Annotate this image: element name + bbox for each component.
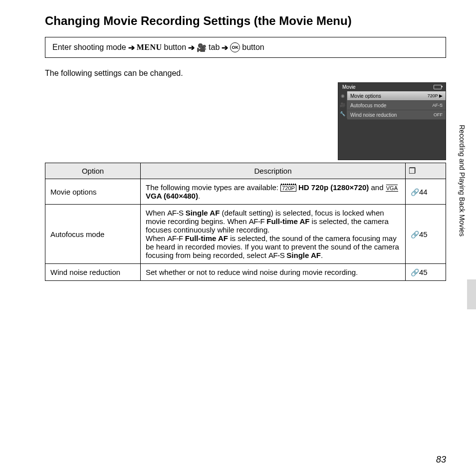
arrow-icon: ➔ <box>128 43 135 52</box>
option-cell: Wind noise reduction <box>45 264 141 281</box>
table-row: Movie options The following movie types … <box>45 179 446 205</box>
menu-row-movie-options: Movie options 720P ▶ <box>347 91 446 101</box>
menu-row-autofocus: Autofocus mode AF-S <box>347 101 446 110</box>
nav-button-word-2: button <box>242 43 264 52</box>
header-reference-icon: ❐ <box>406 163 446 179</box>
menu-row-label: Wind noise reduction <box>350 112 397 118</box>
arrow-icon: ➔ <box>188 43 195 52</box>
section-side-label: Recording and Playing Back Movies <box>458 125 466 237</box>
aff-icon: AF-F <box>167 234 183 242</box>
description-cell: The following movie types are available:… <box>141 179 406 205</box>
vga-icon: VGA <box>386 185 398 192</box>
720p-icon: 720P <box>280 185 296 192</box>
tab-camera-icon: ◉ <box>338 91 347 100</box>
menu-row-value: AF-S <box>432 103 443 108</box>
header-description: Description <box>141 163 406 179</box>
nav-tab-word: tab <box>209 43 220 52</box>
reference-cell: 🔗45 <box>406 264 446 281</box>
menu-row-wind-noise: Wind noise reduction OFF <box>347 110 446 120</box>
reference-link-icon: 🔗 <box>411 188 419 196</box>
camera-menu-screenshot: Movie ◉ 🎥 🔧 Movie options 720P ▶ Autofoc… <box>338 82 446 160</box>
movie-tab-icon: 🎥 <box>197 43 207 52</box>
menu-row-value: OFF <box>434 112 443 117</box>
reference-cell: 🔗44 <box>406 179 446 205</box>
menu-button-label: MENU <box>137 43 162 52</box>
arrow-icon: ➔ <box>222 43 228 52</box>
table-row: Wind noise reduction Set whether or not … <box>45 264 446 281</box>
reference-cell: 🔗45 <box>406 205 446 264</box>
afs-icon: AF-S <box>268 251 284 259</box>
battery-icon <box>434 85 442 89</box>
screenshot-title: Movie <box>342 84 356 90</box>
table-row: Autofocus mode When AF-S Single AF (defa… <box>45 205 446 264</box>
page-title: Changing Movie Recording Settings (the M… <box>45 14 446 28</box>
reference-link-icon: 🔗 <box>411 268 419 276</box>
settings-table: Option Description ❐ Movie options The f… <box>45 163 446 281</box>
header-option: Option <box>45 163 141 179</box>
menu-row-value: 720P ▶ <box>428 93 443 98</box>
option-cell: Autofocus mode <box>45 205 141 264</box>
description-cell: When AF-S Single AF (default setting) is… <box>141 205 406 264</box>
reference-link-icon: 🔗 <box>411 231 419 238</box>
option-cell: Movie options <box>45 179 141 205</box>
section-side-tab <box>467 279 476 309</box>
ok-button-icon: OK <box>230 42 240 52</box>
tab-setup-icon: 🔧 <box>338 109 347 118</box>
intro-text: The following settings can be changed. <box>45 69 446 78</box>
description-cell: Set whether or not to reduce wind noise … <box>141 264 406 281</box>
menu-row-label: Autofocus mode <box>350 103 386 108</box>
afs-icon: AF-S <box>167 209 183 217</box>
nav-step-1: Enter shooting mode <box>52 43 126 52</box>
menu-row-label: Movie options <box>350 93 381 99</box>
aff-icon: AF-F <box>249 217 264 226</box>
page-number: 83 <box>436 455 446 465</box>
tab-movie-icon: 🎥 <box>338 100 347 109</box>
nav-button-word-1: button <box>164 43 186 52</box>
navigation-path-box: Enter shooting mode ➔ MENU button ➔ 🎥 ta… <box>45 37 446 58</box>
